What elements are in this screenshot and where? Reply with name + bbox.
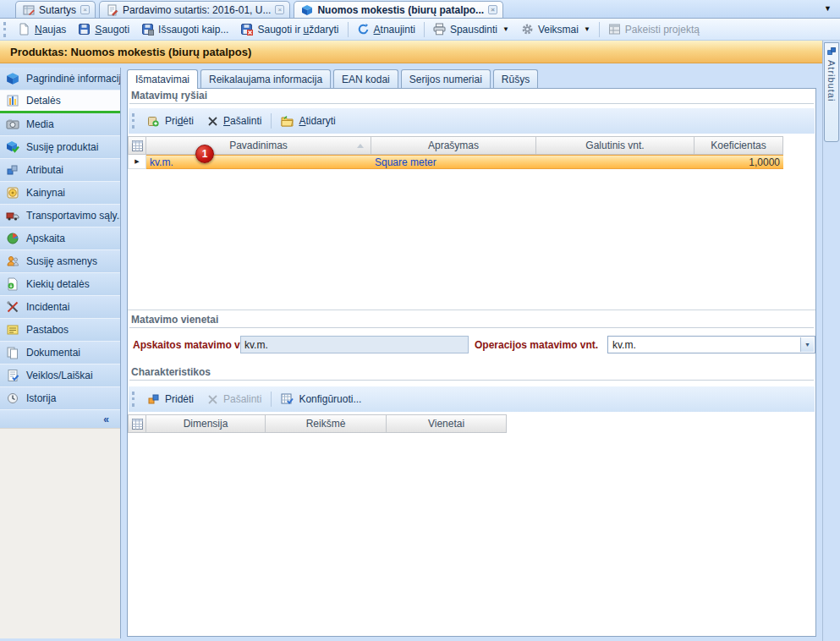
remove-characteristic-button[interactable]: Pašalinti bbox=[200, 391, 268, 408]
column-header-koeficientas[interactable]: Koeficientas bbox=[695, 136, 783, 155]
measurement-relations-toolbar: Pridėti Pašalinti Atidaryti bbox=[129, 108, 815, 134]
add-characteristic-button[interactable]: Pridėti bbox=[140, 391, 200, 408]
refresh-button[interactable]: Atnaujinti bbox=[351, 20, 421, 38]
new-document-icon bbox=[18, 23, 30, 36]
sidebar-item-incidentai[interactable]: Incidentai bbox=[0, 296, 120, 319]
sidebar-item-transportavimo-salygos[interactable]: Transportavimo sąly... bbox=[0, 205, 120, 227]
tab-rusys[interactable]: Rūšys bbox=[493, 69, 538, 88]
save-button[interactable]: Saugoti bbox=[72, 20, 135, 38]
sidebar-collapse-button[interactable]: « bbox=[0, 410, 120, 428]
cell-koeficientas[interactable]: 1,0000 bbox=[695, 155, 783, 169]
change-project-button[interactable]: Pakeisti projektą bbox=[602, 20, 705, 38]
sidebar-item-susije-asmenys[interactable]: Susiję asmenys bbox=[0, 250, 120, 273]
actions-button[interactable]: Veiksmai ▼ bbox=[515, 20, 596, 38]
sidebar-item-apskaita[interactable]: Apskaita bbox=[0, 227, 120, 250]
tab-ean-kodai[interactable]: EAN kodai bbox=[333, 69, 398, 88]
sort-ascending-icon bbox=[357, 144, 364, 148]
cell-galutinis-vnt[interactable] bbox=[536, 155, 695, 169]
remove-relation-button[interactable]: Pašalinti bbox=[200, 112, 268, 129]
save-close-floppy-icon bbox=[240, 23, 253, 36]
grid-header-row: Pavadinimas Aprašymas Galutinis vnt. Koe… bbox=[128, 136, 783, 155]
toolbar-grip[interactable] bbox=[132, 392, 136, 407]
cell-aprasymas[interactable]: Square meter bbox=[371, 155, 536, 169]
toolbar-separator bbox=[599, 22, 600, 37]
column-header-pavadinimas[interactable]: Pavadinimas bbox=[146, 136, 371, 155]
persons-icon bbox=[6, 255, 19, 268]
configure-button[interactable]: Konfigūruoti... bbox=[274, 391, 368, 408]
window-tab-sutartys[interactable]: Sutartys × bbox=[15, 1, 96, 18]
open-relation-button[interactable]: Atidaryti bbox=[274, 112, 342, 130]
measurement-relations-grid: Pavadinimas Aprašymas Galutinis vnt. Koe… bbox=[128, 136, 783, 169]
save-as-button[interactable]: Išsaugoti kaip... bbox=[135, 20, 234, 38]
add-relation-button[interactable]: Pridėti bbox=[140, 112, 200, 130]
save-and-close-button[interactable]: Saugoti ir uždaryti bbox=[234, 20, 344, 38]
grid-select-all-icon bbox=[132, 140, 143, 151]
column-header-galutinis-vnt[interactable]: Galutinis vnt. bbox=[536, 136, 695, 155]
column-header-dimensija[interactable]: Dimensija bbox=[146, 414, 266, 433]
sidebar-item-media[interactable]: Media bbox=[0, 113, 120, 136]
sidebar-item-istorija[interactable]: Istorija bbox=[0, 387, 120, 410]
page-title-bar: Produktas: Nuomos mokestis (biurų patalp… bbox=[0, 41, 822, 63]
product-cube-icon bbox=[301, 4, 313, 16]
accounting-pie-icon bbox=[6, 232, 19, 245]
row-arrow-icon: ▶ bbox=[135, 158, 139, 165]
column-header-reiksme[interactable]: Reikšmė bbox=[266, 414, 387, 433]
step-badge: 1 bbox=[195, 145, 214, 163]
tools-icon bbox=[6, 300, 19, 314]
attributes-cubes-icon bbox=[6, 163, 19, 177]
dropdown-arrow-icon[interactable]: ▼ bbox=[584, 25, 590, 33]
delete-x-icon bbox=[207, 394, 218, 405]
configure-grid-icon bbox=[281, 393, 294, 406]
refresh-icon bbox=[357, 23, 370, 36]
sidebar-item-detales[interactable]: Detalės bbox=[0, 90, 120, 113]
tab-overflow-icon[interactable]: ▼ bbox=[824, 4, 832, 13]
cell-pavadinimas[interactable]: kv.m. bbox=[146, 155, 371, 169]
sidebar-item-kainynai[interactable]: Kainynai bbox=[0, 182, 120, 205]
combo-dropdown-icon[interactable]: ▼ bbox=[800, 337, 814, 352]
notes-icon bbox=[6, 323, 19, 337]
toolbar-grip[interactable] bbox=[132, 113, 136, 129]
attributes-side-tab[interactable]: Atributai bbox=[824, 42, 839, 142]
close-tab-icon[interactable]: × bbox=[488, 5, 497, 14]
toolbar-separator bbox=[348, 22, 349, 37]
camera-icon bbox=[6, 118, 19, 131]
operation-unit-combobox[interactable]: kv.m. ▼ bbox=[607, 336, 815, 353]
accounting-unit-input[interactable] bbox=[240, 336, 469, 353]
window-tab-pardavimo-sutartis[interactable]: Pardavimo sutartis: 2016-01, U... × bbox=[99, 1, 290, 18]
table-row-selected[interactable]: ▶ kv.m. Square meter 1,0000 bbox=[128, 155, 783, 169]
window-tab-bar: Sutartys × Pardavimo sutartis: 2016-01, … bbox=[0, 0, 840, 19]
page-title: Produktas: Nuomos mokestis (biurų patalp… bbox=[10, 46, 251, 58]
operation-unit-label: Operacijos matavimo vnt. bbox=[475, 339, 598, 351]
section-title-matavimu-rysiai: Matavimų ryšiai bbox=[129, 90, 814, 104]
grid-corner-cell[interactable] bbox=[128, 414, 146, 433]
characteristics-toolbar: Pridėti Pašalinti Konfigūruoti... bbox=[129, 386, 815, 412]
sidebar-item-dokumentai[interactable]: Dokumentai bbox=[0, 342, 120, 364]
sidebar-item-pagrindine-informacija[interactable]: Pagrindinė informacija bbox=[0, 68, 120, 90]
print-button[interactable]: Spausdinti ▼ bbox=[427, 20, 515, 38]
close-tab-icon[interactable]: × bbox=[80, 5, 90, 14]
sidebar-item-kiekiu-detales[interactable]: Kiekių detalės bbox=[0, 273, 120, 296]
window-tab-label: Sutartys bbox=[39, 4, 76, 16]
dropdown-arrow-icon[interactable]: ▼ bbox=[502, 25, 509, 33]
window-tab-nuomos-mokestis[interactable]: Nuomos mokestis (biurų patalpo... × bbox=[294, 1, 503, 18]
tab-reikalaujama-informacija[interactable]: Reikalaujama informacija bbox=[200, 69, 331, 88]
main-toolbar: Naujas Saugoti Išsaugoti kaip... Saugoti… bbox=[0, 19, 840, 41]
sidebar-item-veiklos-laiskai[interactable]: Veiklos/Laiškai bbox=[0, 364, 120, 387]
sidebar-item-susije-produktai[interactable]: Susiję produktai bbox=[0, 136, 120, 159]
new-button[interactable]: Naujas bbox=[12, 20, 72, 38]
column-header-vienetai[interactable]: Vienetai bbox=[387, 414, 507, 433]
save-as-floppy-icon bbox=[141, 23, 154, 36]
close-tab-icon[interactable]: × bbox=[275, 5, 284, 14]
column-header-aprasymas[interactable]: Aprašymas bbox=[371, 136, 536, 155]
section-title-matavimo-vienetai: Matavimo vienetai bbox=[129, 314, 814, 328]
grid-corner-cell[interactable] bbox=[128, 136, 146, 155]
tab-serijos-numeriai[interactable]: Serijos numeriai bbox=[401, 69, 491, 88]
quantity-page-icon bbox=[6, 277, 19, 291]
sidebar-item-atributai[interactable]: Atributai bbox=[0, 159, 120, 182]
save-floppy-icon bbox=[78, 23, 91, 36]
row-marker: ▶ bbox=[128, 155, 146, 169]
sidebar-item-pastabos[interactable]: Pastabos bbox=[0, 319, 120, 342]
contracts-icon bbox=[23, 4, 35, 16]
toolbar-grip[interactable] bbox=[3, 22, 8, 37]
tab-ismatavimai[interactable]: Išmatavimai bbox=[127, 69, 198, 89]
